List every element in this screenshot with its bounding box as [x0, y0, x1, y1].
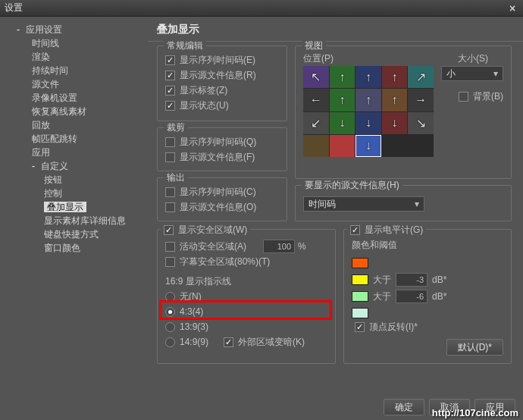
- group-crop: 裁剪 显示序列时间码(Q) 显示源文件信息(F): [157, 127, 287, 171]
- checkbox-safe[interactable]: [164, 225, 174, 235]
- arrow-up-icon: ↑: [365, 71, 371, 84]
- tree-item[interactable]: 控制: [11, 186, 148, 200]
- group-normal: 常规编辑 显示序列时间码(E) 显示源文件信息(R) 显示标签(Z) 显示状态(…: [157, 45, 287, 121]
- color-swatch-orange[interactable]: [352, 258, 368, 268]
- size-select[interactable]: 小: [441, 66, 503, 81]
- radio[interactable]: [165, 337, 175, 347]
- arrow-down-icon: ↓: [339, 116, 345, 130]
- checkbox[interactable]: [165, 187, 175, 197]
- arrow-se-icon: ↘: [416, 116, 426, 130]
- threshold-label: 颜色和阈值: [352, 239, 397, 252]
- checkbox-level[interactable]: [350, 225, 360, 235]
- arrow-up-icon: ↑: [392, 71, 398, 84]
- watermark: http://107cine.com: [432, 407, 518, 418]
- radio[interactable]: [165, 292, 175, 302]
- group-safe: 显示安全区域(W) 活动安全区域(A) % 字幕安全区域(80%)(T) 16:…: [157, 229, 336, 364]
- group-label: 视图: [302, 39, 326, 52]
- panel-title: 叠加显示: [148, 17, 523, 42]
- title-bar: 设置 ×: [0, 0, 523, 17]
- position-label: 位置(P): [303, 52, 334, 65]
- tree-item[interactable]: 键盘快捷方式: [11, 227, 148, 241]
- tree-item[interactable]: 按钮: [11, 173, 148, 186]
- tree-item[interactable]: 持续时间: [11, 64, 148, 77]
- arrow-up-icon: ↑: [339, 71, 345, 84]
- tree-item[interactable]: 窗口颜色: [11, 241, 148, 255]
- checkbox[interactable]: [165, 257, 175, 267]
- tree-item[interactable]: 回放: [11, 118, 148, 132]
- nav-tree: -应用设置 时间线 渲染 持续时间 源文件 录像机设置 恢复离线素材 回放 帧匹…: [11, 23, 148, 255]
- position-grid[interactable]: ↖ ↑ ↑ ↑ ↗ ← ↑ ↑ ↑ → ↙ ↓ ↓ ↓ ↘: [303, 66, 434, 157]
- checkbox-dim[interactable]: [224, 337, 233, 347]
- color-swatch-green[interactable]: [352, 291, 368, 302]
- group-label: 输出: [164, 171, 188, 184]
- color-swatch-yellow[interactable]: [352, 274, 368, 285]
- radio-4-3[interactable]: [165, 307, 175, 317]
- size-label: 大小(S): [458, 52, 488, 65]
- checkbox[interactable]: [165, 242, 175, 252]
- checkbox[interactable]: [165, 152, 175, 162]
- db-input-1[interactable]: [396, 273, 427, 287]
- group-label: 常规编辑: [164, 39, 206, 52]
- arrow-right-icon: →: [415, 93, 427, 107]
- db-input-2[interactable]: [396, 290, 427, 303]
- tree-item[interactable]: 时间线: [11, 36, 148, 50]
- arrow-ne-icon: ↗: [416, 70, 426, 84]
- arrow-down-icon: ↓: [365, 116, 371, 130]
- window-title: 设置: [5, 2, 23, 14]
- close-icon[interactable]: ×: [506, 2, 518, 14]
- arrow-nw-icon: ↖: [311, 70, 321, 84]
- group-output: 输出 显示序列时间码(C) 显示源文件信息(O): [157, 177, 287, 221]
- group-srcinfo: 要显示的源文件信息(H) 时间码: [295, 185, 512, 221]
- default-button[interactable]: 默认(D)*: [446, 339, 503, 356]
- tree-item[interactable]: 显示素材库详细信息: [11, 214, 148, 227]
- color-swatch-mint[interactable]: [352, 308, 368, 318]
- guide-label: 16:9 显示指示线: [158, 274, 335, 289]
- checkbox[interactable]: [165, 137, 175, 147]
- checkbox[interactable]: [165, 101, 175, 111]
- group-level: 显示电平计(G) 颜色和阈值 大于dB* 大于dB* 顶点反转(I)* 默认(D…: [343, 229, 512, 364]
- srcinfo-select[interactable]: 时间码: [303, 196, 424, 212]
- checkbox[interactable]: [165, 71, 175, 80]
- checkbox[interactable]: [165, 202, 175, 212]
- group-label: 要显示的源文件信息(H): [302, 179, 402, 192]
- arrow-up-icon: ↑: [392, 93, 398, 107]
- tree-item[interactable]: 恢复离线素材: [11, 105, 148, 118]
- group-label: 裁剪: [164, 121, 188, 134]
- checkbox-invert[interactable]: [355, 322, 365, 332]
- ok-button[interactable]: 确定: [384, 399, 424, 415]
- checkbox-background[interactable]: [459, 92, 468, 102]
- tree-item[interactable]: 源文件: [11, 77, 148, 91]
- settings-panel: 叠加显示 常规编辑 显示序列时间码(E) 显示源文件信息(R) 显示标签(Z) …: [148, 17, 523, 420]
- arrow-up-icon: ↑: [365, 93, 371, 107]
- checkbox[interactable]: [165, 86, 175, 96]
- sidebar: -应用设置 时间线 渲染 持续时间 源文件 录像机设置 恢复离线素材 回放 帧匹…: [0, 17, 148, 420]
- radio[interactable]: [165, 322, 175, 332]
- percent-input[interactable]: [263, 240, 295, 253]
- tree-item-overlay[interactable]: 叠加显示: [11, 200, 148, 214]
- tree-item-app[interactable]: -应用设置: [11, 23, 148, 36]
- tree-item[interactable]: 录像机设置: [11, 91, 148, 105]
- tree-item[interactable]: 帧匹配跳转: [11, 132, 148, 146]
- tree-item-custom[interactable]: -自定义: [11, 159, 148, 173]
- checkbox[interactable]: [165, 55, 175, 65]
- tree-item[interactable]: 应用: [11, 146, 148, 159]
- arrow-down-icon: ↓: [365, 139, 371, 152]
- arrow-down-icon: ↓: [392, 116, 398, 130]
- tree-item[interactable]: 渲染: [11, 50, 148, 64]
- arrow-sw-icon: ↙: [311, 116, 321, 130]
- arrow-up-icon: ↑: [339, 93, 345, 107]
- group-view: 视图 位置(P) 大小(S) ↖ ↑ ↑ ↑ ↗ ← ↑ ↑ ↑ → ↙ ↓ ↓: [295, 45, 512, 179]
- arrow-left-icon: ←: [310, 93, 322, 107]
